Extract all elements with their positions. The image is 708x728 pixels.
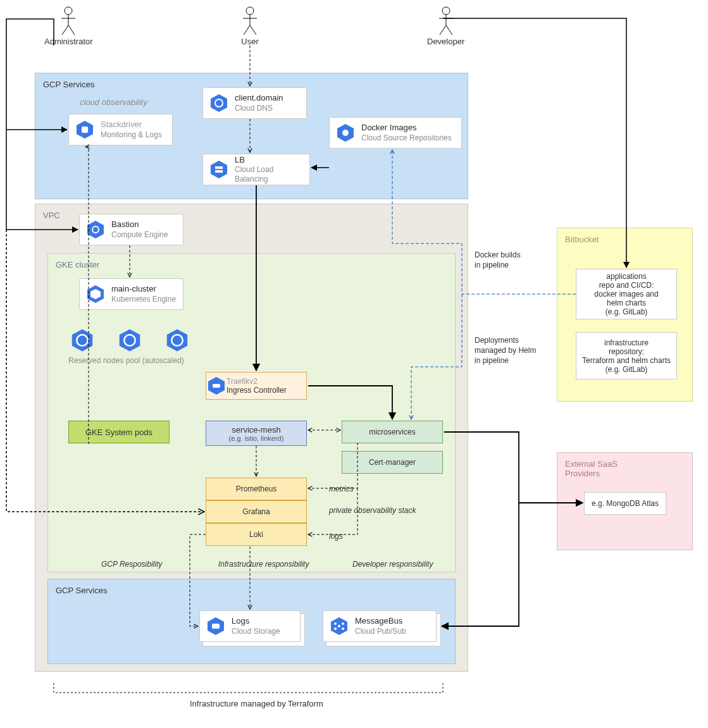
stackdriver-subtitle: Monitoring & Logs	[101, 130, 162, 140]
bastion-subtitle: Compute Engine	[111, 230, 168, 240]
node-service-mesh: service-mesh (e.g. istio, linkerd)	[206, 421, 307, 446]
mongodb-label: e.g. MongoDB Atlas	[592, 499, 659, 508]
lb-title: LB	[235, 155, 303, 165]
obs-stack-label: private observability stack	[329, 506, 416, 515]
node-lb: LBCloud Load Balancing	[202, 154, 310, 185]
stackdriver-title: Stackdriver	[101, 120, 162, 130]
actor-admin: Administrator	[44, 6, 93, 46]
node-loki: Loki	[206, 523, 307, 546]
docker-title: Docker Images	[361, 123, 452, 133]
node-stackdriver: StackdriverMonitoring & Logs	[68, 114, 173, 145]
main-cluster-subtitle: Kubernetes Engine	[111, 295, 176, 304]
svg-point-42	[334, 627, 337, 630]
bus-title: MessageBus	[355, 616, 406, 626]
node-prometheus: Prometheus	[206, 478, 307, 500]
node-bastion: BastionCompute Engine	[79, 214, 183, 245]
svg-rect-37	[212, 624, 220, 629]
node-cert-manager: Cert-manager	[342, 451, 443, 474]
svg-line-14	[446, 25, 452, 35]
svg-rect-23	[215, 170, 223, 173]
node-mongodb: e.g. MongoDB Atlas	[584, 492, 666, 515]
repo-infra-label: infrastructure repository: Terraform and…	[582, 338, 671, 374]
hexagon-icon	[85, 283, 106, 305]
svg-marker-17	[211, 94, 227, 112]
cert-manager-label: Cert-manager	[369, 458, 416, 467]
svg-rect-22	[215, 166, 223, 169]
node-system-pods: GKE System pods	[68, 421, 170, 443]
pool-hex-icon	[70, 328, 95, 355]
grafana-label: Grafana	[242, 507, 270, 516]
svg-point-40	[334, 622, 337, 625]
edge-label-logs: logs	[329, 531, 343, 541]
svg-marker-32	[167, 330, 188, 352]
edge-label-metrics: metrics	[329, 484, 354, 494]
gcp-top-subtitle: cloud observability	[80, 97, 147, 107]
main-cluster-title: main-cluster	[111, 284, 176, 294]
external-title: External SaaS Providers	[565, 459, 618, 478]
hexagon-icon	[74, 119, 96, 140]
node-grafana: Grafana	[206, 500, 307, 523]
hexagon-icon	[335, 122, 356, 144]
edge-label-helm-deploy: Deployments managed by Helm in pipeline	[475, 335, 536, 366]
actor-admin-label: Administrator	[44, 37, 93, 46]
hexagon-icon	[206, 376, 227, 396]
svg-point-39	[338, 625, 340, 627]
pool-hex-icon	[117, 328, 142, 355]
ingress-subtitle: Ingress Controller	[227, 386, 287, 395]
svg-marker-28	[72, 330, 93, 352]
bus-subtitle: Cloud Pub/Sub	[355, 627, 406, 636]
hexagon-icon	[208, 159, 230, 180]
node-dns: client.domainCloud DNS	[202, 87, 307, 119]
bitbucket-title: Bitbucket	[565, 235, 599, 244]
resp-infra-label: Infrastructure responsibility	[218, 560, 309, 569]
svg-marker-30	[120, 330, 140, 352]
svg-point-0	[65, 7, 72, 15]
prometheus-label: Prometheus	[236, 484, 277, 493]
dns-subtitle: Cloud DNS	[235, 104, 283, 113]
svg-point-41	[342, 622, 344, 625]
actor-developer-label: Developer	[427, 37, 464, 46]
microservices-label: microservices	[369, 428, 415, 436]
node-docker-images: Docker ImagesCloud Source Repositories	[329, 117, 462, 149]
pool-hex-icon	[165, 328, 190, 355]
svg-line-3	[62, 25, 68, 35]
docker-subtitle: Cloud Source Repositories	[361, 133, 452, 143]
pool-label: Reserved nodes pool (autoscaled)	[68, 356, 184, 365]
ingress-title: Traefikv2	[227, 377, 287, 386]
node-logs: LogsCloud Storage	[199, 610, 301, 642]
actor-user-label: User	[241, 37, 258, 46]
gke-title: GKE cluster	[56, 260, 99, 269]
logs-subtitle: Cloud Storage	[232, 627, 280, 636]
gcp-top-title: GCP Services	[43, 80, 94, 89]
node-repo-apps: applications repo and CI/CD: docker imag…	[576, 269, 677, 319]
mesh-subtitle: (e.g. istio, linkerd)	[229, 435, 284, 442]
resp-dev-label: Developer responsibility	[352, 560, 433, 569]
svg-point-43	[342, 627, 344, 630]
edge-label-docker-builds: Docker builds in pipeline	[475, 250, 521, 270]
bastion-title: Bastion	[111, 219, 168, 230]
node-messagebus: MessageBusCloud Pub/Sub	[323, 610, 437, 642]
mesh-title: service-mesh	[232, 425, 280, 435]
svg-point-10	[442, 7, 450, 15]
svg-marker-21	[211, 161, 227, 178]
resp-gcp-label: GCP Resposibility	[101, 560, 162, 569]
diagram-canvas: Administrator User Developer GCP Service…	[0, 0, 708, 728]
loki-label: Loki	[249, 530, 263, 539]
lb-subtitle: Cloud Load Balancing	[235, 165, 303, 184]
svg-line-4	[68, 25, 75, 35]
svg-point-5	[246, 7, 254, 15]
svg-line-13	[440, 25, 446, 35]
actor-user: User	[240, 6, 259, 46]
vpc-title: VPC	[43, 211, 60, 220]
svg-rect-35	[213, 384, 220, 388]
logs-title: Logs	[232, 616, 280, 626]
svg-marker-24	[87, 221, 104, 238]
hexagon-icon	[328, 615, 350, 637]
svg-rect-16	[82, 126, 88, 133]
system-pods-label: GKE System pods	[85, 428, 152, 437]
svg-point-20	[342, 130, 349, 136]
svg-line-9	[250, 25, 256, 35]
repo-apps-label: applications repo and CI/CD: docker imag…	[594, 272, 658, 316]
node-ingress: Traefikv2Ingress Controller	[206, 372, 307, 400]
footer-label: Infrastructure managed by Terraform	[190, 699, 323, 708]
